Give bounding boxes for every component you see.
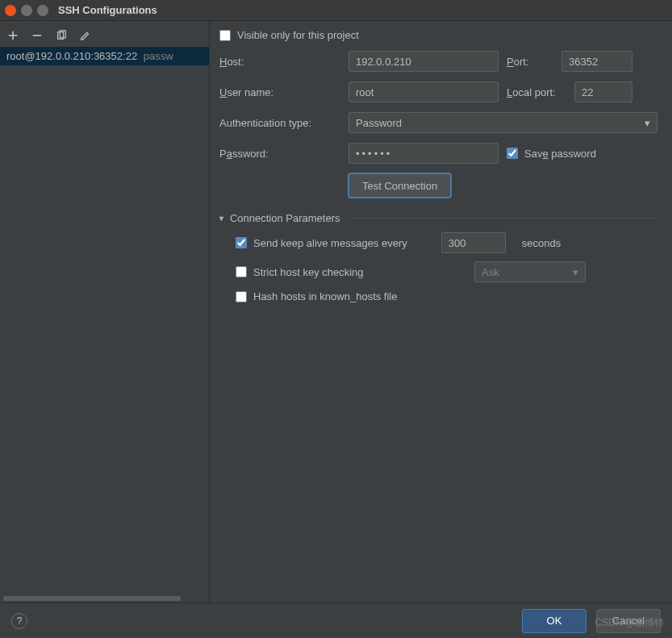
test-connection-button[interactable]: Test Connection [349,173,451,198]
window-maximize-button[interactable] [37,5,48,16]
auth-type-value: Password [356,117,402,129]
strict-checkbox[interactable]: Strict host key checking [236,266,458,278]
list-item-type: passw [144,50,173,62]
host-input[interactable] [349,51,499,72]
keepalive-value-input[interactable] [441,232,506,253]
left-toolbar [0,21,209,47]
hash-hosts-checkbox[interactable]: Hash hosts in known_hosts file [236,290,397,302]
save-password-checkbox[interactable]: Save password [507,148,596,160]
save-password-label: Save password [524,148,596,160]
strict-mode-value: Ask [482,266,499,278]
list-item[interactable]: root@192.0.0.210:36352:22 passw [0,47,209,65]
remove-icon[interactable] [31,29,44,42]
list-item-label: root@192.0.0.210:36352:22 [6,50,137,62]
hash-hosts-label: Hash hosts in known_hosts file [253,290,397,302]
svg-rect-2 [33,35,42,36]
left-panel: root@192.0.0.210:36352:22 passw [0,21,210,603]
strict-mode-select: Ask ▾ [474,261,586,282]
strict-label: Strict host key checking [253,266,364,278]
visible-only-input[interactable] [219,30,231,41]
ok-button[interactable]: OK [522,609,586,633]
add-icon[interactable] [6,29,19,42]
connection-params-label: Connection Parameters [230,212,340,224]
cancel-button[interactable]: Cancel [596,609,661,633]
password-label: Password: [219,148,340,160]
local-port-input[interactable] [574,81,632,102]
auth-type-label: Authentication type: [219,117,340,129]
save-password-input[interactable] [507,148,518,159]
port-label: Port: [507,56,553,68]
hash-hosts-input[interactable] [236,291,247,302]
titlebar: SSH Configurations [0,0,672,21]
config-list[interactable]: root@192.0.0.210:36352:22 passw [0,47,209,603]
visible-only-checkbox[interactable]: Visible only for this project [219,29,359,41]
password-input[interactable] [349,143,499,164]
connection-params-header[interactable]: ▼ Connection Parameters [218,212,657,224]
window-close-button[interactable] [5,5,16,16]
collapse-icon: ▼ [218,215,225,223]
visible-only-label: Visible only for this project [237,29,359,41]
help-button[interactable]: ? [11,613,27,629]
strict-input[interactable] [236,266,247,277]
port-input[interactable] [561,51,632,72]
footer: ? OK Cancel CSDN @索博特 [0,603,672,638]
host-label: Host: [219,56,340,68]
window-title: SSH Configurations [58,4,157,16]
keepalive-checkbox[interactable]: Send keep alive messages every [236,237,407,249]
keepalive-label: Send keep alive messages every [253,237,407,249]
keepalive-unit: seconds [522,237,561,249]
right-panel: Visible only for this project Host: Port… [210,21,672,603]
copy-icon[interactable] [55,29,68,42]
keepalive-input[interactable] [236,237,247,248]
local-port-label: Local port: [507,86,566,98]
username-label: User name: [219,86,340,98]
auth-type-select[interactable]: Password ▾ [349,112,657,133]
horizontal-scrollbar[interactable] [0,594,209,603]
window-minimize-button[interactable] [21,5,32,16]
username-input[interactable] [349,81,499,102]
chevron-down-icon: ▾ [645,117,650,129]
chevron-down-icon: ▾ [573,266,578,278]
svg-rect-1 [9,35,18,36]
edit-icon[interactable] [79,29,92,42]
